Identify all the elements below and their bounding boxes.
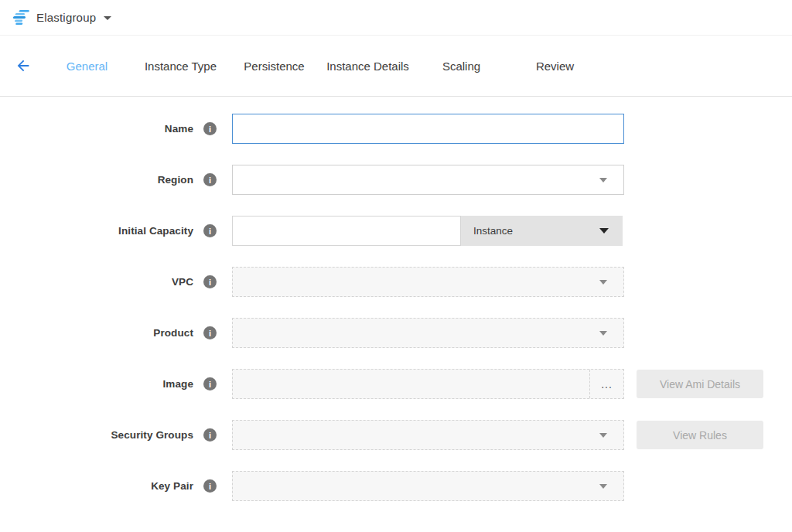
key-pair-select	[232, 471, 624, 501]
security-groups-row: Security Groups i View Rules	[0, 420, 792, 450]
security-groups-select	[232, 420, 624, 450]
name-info-icon[interactable]: i	[203, 122, 217, 135]
image-row: Image i ... View Ami Details	[0, 369, 792, 399]
chevron-down-icon	[599, 433, 607, 438]
product-row: Product i	[0, 318, 792, 348]
back-arrow-icon[interactable]	[14, 56, 32, 75]
tab-instance-details[interactable]: Instance Details	[321, 60, 415, 73]
product-label: Product	[0, 327, 193, 339]
tab-general[interactable]: General	[40, 60, 134, 73]
initial-capacity-input[interactable]	[232, 216, 461, 246]
product-info-icon[interactable]: i	[203, 326, 217, 339]
vpc-info-icon[interactable]: i	[203, 275, 217, 288]
app-name: Elastigroup	[36, 11, 96, 24]
app-switcher-caret-icon[interactable]	[104, 16, 111, 20]
tab-instance-type[interactable]: Instance Type	[134, 60, 227, 73]
tab-review[interactable]: Review	[508, 60, 602, 73]
chevron-down-icon	[599, 484, 607, 489]
image-input: ...	[232, 369, 624, 399]
key-pair-info-icon[interactable]: i	[203, 479, 217, 493]
product-select	[232, 318, 624, 348]
vpc-row: VPC i	[0, 267, 792, 297]
general-settings-form: Name i Region i Initial Capacity i Insta…	[0, 97, 792, 501]
vpc-select	[232, 267, 624, 297]
region-row: Region i	[0, 165, 792, 195]
security-groups-info-icon[interactable]: i	[203, 428, 217, 442]
name-label: Name	[0, 123, 193, 135]
chevron-down-icon	[599, 178, 607, 182]
name-row: Name i	[0, 114, 792, 144]
region-select[interactable]	[232, 165, 624, 195]
capacity-unit-value: Instance	[473, 225, 513, 237]
top-bar: Elastigroup	[0, 0, 792, 36]
tab-persistence[interactable]: Persistence	[227, 60, 321, 73]
name-input[interactable]	[232, 114, 624, 144]
region-info-icon[interactable]: i	[203, 173, 217, 186]
view-ami-details-button[interactable]: View Ami Details	[637, 370, 763, 398]
tab-scaling[interactable]: Scaling	[415, 60, 508, 73]
security-groups-label: Security Groups	[0, 429, 193, 441]
region-label: Region	[0, 174, 193, 186]
chevron-down-icon	[599, 331, 607, 336]
key-pair-label: Key Pair	[0, 480, 193, 492]
wizard-tab-bar: General Instance Type Persistence Instan…	[0, 36, 792, 97]
key-pair-row: Key Pair i	[0, 471, 792, 501]
image-browse-button[interactable]: ...	[589, 370, 623, 398]
chevron-down-icon	[599, 228, 609, 234]
chevron-down-icon	[599, 280, 607, 285]
initial-capacity-info-icon[interactable]: i	[203, 224, 217, 237]
image-label: Image	[0, 378, 193, 390]
initial-capacity-row: Initial Capacity i Instance	[0, 216, 792, 246]
elastigroup-logo-icon	[12, 10, 29, 26]
wizard-tabs: General Instance Type Persistence Instan…	[40, 60, 602, 73]
view-rules-button[interactable]: View Rules	[637, 421, 763, 449]
initial-capacity-label: Initial Capacity	[0, 225, 193, 237]
image-info-icon[interactable]: i	[203, 377, 217, 390]
vpc-label: VPC	[0, 276, 193, 288]
capacity-unit-select[interactable]: Instance	[461, 216, 623, 246]
